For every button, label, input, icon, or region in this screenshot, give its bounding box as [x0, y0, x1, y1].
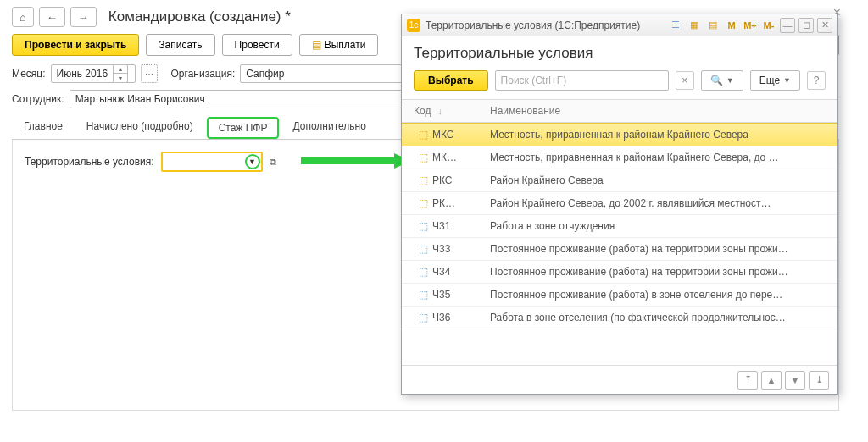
org-label: Организация:: [171, 68, 236, 80]
list-row[interactable]: ⬚Ч31Работа в зоне отчуждения: [402, 215, 837, 238]
chevron-down-icon: ▼: [783, 76, 791, 85]
row-code: Ч33: [432, 243, 490, 255]
arrow-up-icon[interactable]: ▲: [114, 65, 127, 74]
dialog-toolbar: Выбрать Поиск (Ctrl+F) × 🔍 ▼ Еще ▼ ?: [402, 67, 837, 100]
row-icon: ⬚: [414, 174, 432, 186]
sort-icon: ↓: [437, 106, 442, 116]
row-code: Ч36: [432, 312, 490, 323]
memory-mplus[interactable]: M+: [743, 18, 758, 33]
search-action-button[interactable]: 🔍 ▼: [701, 70, 743, 91]
row-name: Местность, приравненная к районам Крайне…: [490, 152, 826, 163]
memory-mminus[interactable]: M-: [761, 18, 776, 33]
dialog-header: Территориальные условия: [402, 36, 837, 67]
row-code: Ч34: [432, 266, 490, 278]
column-name[interactable]: Наименование: [490, 105, 826, 117]
territory-input[interactable]: ▼: [161, 152, 263, 172]
scroll-bottom-icon[interactable]: ⤓: [809, 371, 829, 390]
row-icon: ⬚: [414, 266, 432, 278]
search-input[interactable]: Поиск (Ctrl+F): [495, 70, 669, 91]
list-row[interactable]: ⬚Ч36Работа в зоне отселения (по фактичес…: [402, 307, 837, 329]
search-icon: 🔍: [710, 75, 723, 86]
row-name: Местность, приравненная к районам Крайне…: [490, 129, 826, 141]
month-label: Месяц:: [12, 68, 46, 80]
territory-dialog: 1c Территориальные условия (1С:Предприят…: [401, 14, 838, 395]
row-name: Район Крайнего Севера, до 2002 г. являвш…: [490, 197, 826, 209]
tool-icon-2[interactable]: ▦: [687, 18, 702, 33]
pay-label: Выплати: [325, 39, 366, 51]
post-button[interactable]: Провести: [222, 34, 292, 56]
tab-pfr[interactable]: Стаж ПФР: [207, 117, 280, 139]
row-name: Район Крайнего Севера: [490, 174, 826, 186]
month-stepper[interactable]: ▲ ▼: [113, 64, 128, 83]
close-dialog-icon[interactable]: ✕: [817, 18, 832, 33]
row-name: Постоянное проживание (работа) на террит…: [490, 243, 826, 255]
list-row[interactable]: ⬚Ч34Постоянное проживание (работа) на те…: [402, 261, 837, 284]
month-picker-button[interactable]: ⋯: [141, 64, 158, 83]
select-button[interactable]: Выбрать: [414, 70, 488, 91]
row-icon: ⬚: [414, 129, 432, 141]
row-icon: ⬚: [414, 289, 432, 301]
row-icon: ⬚: [414, 243, 432, 255]
column-code-label: Код: [414, 105, 431, 117]
column-code[interactable]: Код ↓: [414, 105, 490, 117]
memory-m[interactable]: M: [724, 18, 739, 33]
dialog-help-button[interactable]: ?: [807, 71, 826, 90]
list-header: Код ↓ Наименование: [402, 100, 837, 123]
row-code: РК…: [432, 197, 490, 209]
pay-button[interactable]: ▤ Выплати: [299, 34, 379, 56]
row-code: Ч31: [432, 220, 490, 232]
row-icon: ⬚: [414, 152, 432, 163]
scroll-up-icon[interactable]: ▲: [761, 371, 782, 390]
list-row[interactable]: ⬚МК…Местность, приравненная к районам Кр…: [402, 146, 837, 169]
row-icon: ⬚: [414, 197, 432, 209]
popout-icon[interactable]: ⧉: [270, 157, 276, 168]
row-icon: ⬚: [414, 220, 432, 232]
row-code: Ч35: [432, 289, 490, 301]
list-row[interactable]: ⬚МКСМестность, приравненная к районам Кр…: [402, 123, 837, 146]
list-row[interactable]: ⬚РКСРайон Крайнего Севера: [402, 169, 837, 192]
org-value: Сапфир: [246, 68, 284, 80]
list-row[interactable]: ⬚Ч33Постоянное проживание (работа) на те…: [402, 238, 837, 261]
dropdown-icon[interactable]: ▼: [245, 154, 260, 169]
row-code: МК…: [432, 152, 490, 163]
write-button[interactable]: Записать: [146, 34, 214, 56]
month-value: Июнь 2016: [57, 68, 108, 80]
employee-value: Мартынюк Иван Борисович: [75, 93, 205, 105]
tool-icon-3[interactable]: ▤: [705, 18, 721, 33]
app-icon: 1c: [407, 19, 420, 32]
forward-button[interactable]: →: [70, 7, 97, 27]
employee-label: Сотрудник:: [12, 93, 64, 105]
arrow-annotation: [301, 153, 411, 169]
row-icon: ⬚: [414, 312, 432, 323]
dialog-titlebar[interactable]: 1c Территориальные условия (1С:Предприят…: [402, 14, 837, 36]
tab-main[interactable]: Главное: [12, 115, 75, 139]
row-name: Работа в зоне отселения (по фактической …: [490, 312, 826, 323]
home-button[interactable]: ⌂: [12, 7, 34, 27]
row-name: Постоянное проживание (работа) в зоне от…: [490, 289, 826, 301]
post-and-close-button[interactable]: Провести и закрыть: [12, 34, 139, 56]
chevron-down-icon: ▼: [726, 76, 734, 85]
tab-extra[interactable]: Дополнительно: [281, 115, 377, 139]
dialog-window-title: Территориальные условия (1С:Предприятие): [426, 19, 640, 31]
dialog-tools: ☰ ▦ ▤ M M+ M- — ◻ ✕: [668, 18, 832, 33]
more-label: Еще: [760, 75, 780, 86]
back-button[interactable]: ←: [39, 7, 65, 27]
territory-label: Территориальные условия:: [25, 156, 154, 168]
row-name: Постоянное проживание (работа) на террит…: [490, 266, 826, 278]
maximize-icon[interactable]: ◻: [798, 18, 814, 33]
month-input[interactable]: Июнь 2016 ▲ ▼: [51, 64, 136, 83]
scroll-top-icon[interactable]: ⤒: [737, 371, 758, 390]
minimize-icon[interactable]: —: [780, 18, 795, 33]
list-row[interactable]: ⬚РК…Район Крайнего Севера, до 2002 г. яв…: [402, 192, 837, 215]
tab-accrued[interactable]: Начислено (подробно): [75, 115, 205, 139]
row-code: МКС: [432, 129, 490, 141]
tool-icon-1[interactable]: ☰: [668, 18, 683, 33]
document-icon: ▤: [312, 39, 321, 51]
arrow-down-icon[interactable]: ▼: [114, 74, 127, 82]
dialog-footer: ⤒ ▲ ▼ ⤓: [402, 365, 837, 394]
scroll-down-icon[interactable]: ▼: [785, 371, 805, 390]
list-row[interactable]: ⬚Ч35Постоянное проживание (работа) в зон…: [402, 284, 837, 307]
more-button[interactable]: Еще ▼: [750, 70, 800, 91]
clear-icon[interactable]: ×: [676, 71, 694, 90]
row-code: РКС: [432, 174, 490, 186]
